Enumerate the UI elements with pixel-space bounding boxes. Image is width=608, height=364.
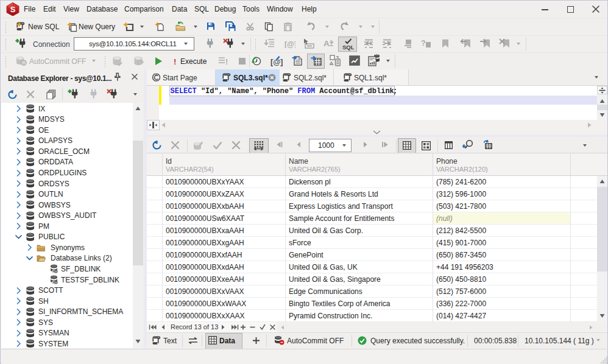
svg-text:!: !	[225, 58, 228, 66]
svg-text:S: S	[10, 5, 16, 14]
svg-text:?: ?	[421, 39, 426, 47]
svg-text:SQL: SQL	[342, 44, 354, 51]
svg-text:[@]: [@]	[285, 40, 295, 49]
svg-text:A: A	[323, 39, 330, 48]
